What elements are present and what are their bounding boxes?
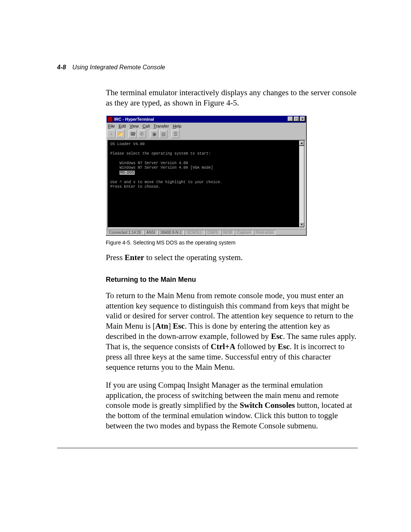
toolbar-open-icon[interactable]: 📂 <box>116 130 125 138</box>
menu-file[interactable]: File <box>108 124 115 128</box>
app-icon <box>107 117 113 122</box>
menu-bar: File Edit View Call Transfer Help <box>106 123 307 129</box>
status-scroll: SCROLL <box>185 230 204 235</box>
toolbar: ▫ 📂 ☎ ✆ ▣ ▤ ☰ <box>106 129 307 140</box>
status-line-settings: 38400 8-N-1 <box>158 230 184 235</box>
status-caps: CAPS <box>205 230 220 235</box>
figure-caption: Figure 4-5. Selecting MS DOS as the oper… <box>106 240 358 246</box>
status-capture: Capture <box>235 230 253 235</box>
toolbar-hangup-icon[interactable]: ✆ <box>138 130 146 138</box>
toolbar-new-icon[interactable]: ▫ <box>107 130 116 138</box>
running-header: 4-8 Using Integrated Remote Console <box>57 64 358 71</box>
status-bar: Connected 1:14:26 ANSI 38400 8-N-1 SCROL… <box>106 229 307 236</box>
menu-view[interactable]: View <box>130 124 139 128</box>
page-number: 4-8 <box>57 64 66 70</box>
menu-help[interactable]: Help <box>173 124 182 128</box>
figure-4-5: IRC - HyperTerminal _ □ × File Edit View… <box>106 116 358 236</box>
toolbar-send-icon[interactable]: ▣ <box>150 130 158 138</box>
status-connected: Connected 1:14:26 <box>107 230 143 235</box>
toolbar-properties-icon[interactable]: ☰ <box>171 130 180 138</box>
vertical-scrollbar[interactable]: ▲ ▼ <box>299 141 304 227</box>
terminal-screen[interactable]: OS Loader V4.00 Please select the operat… <box>108 141 299 227</box>
selected-os: MS-DOS <box>119 171 135 175</box>
window-control-buttons: _ □ × <box>288 117 305 121</box>
toolbar-call-icon[interactable]: ☎ <box>129 130 137 138</box>
press-enter-paragraph: Press Enter to select the operating syst… <box>106 252 358 263</box>
close-button[interactable]: × <box>300 117 305 121</box>
hyperterminal-window: IRC - HyperTerminal _ □ × File Edit View… <box>106 116 307 236</box>
terminal-frame: OS Loader V4.00 Please select the operat… <box>107 140 305 228</box>
status-emulation: ANSI <box>144 230 158 235</box>
scroll-down-icon[interactable]: ▼ <box>299 222 304 227</box>
subheading-returning: Returning to the Main Menu <box>106 276 358 284</box>
document-page: 4-8 Using Integrated Remote Console The … <box>0 0 411 532</box>
minimize-button[interactable]: _ <box>288 117 293 121</box>
window-titlebar: IRC - HyperTerminal _ □ × <box>107 116 306 123</box>
status-print-echo: Print echo <box>254 230 276 235</box>
menu-edit[interactable]: Edit <box>119 124 126 128</box>
menu-call[interactable]: Call <box>142 124 150 128</box>
toolbar-receive-icon[interactable]: ▤ <box>159 130 167 138</box>
menu-transfer[interactable]: Transfer <box>153 124 169 128</box>
footer-rule <box>57 448 358 448</box>
para-return-main-menu: To return to the Main Menu from remote c… <box>106 291 358 372</box>
para-insight-manager: If you are using Compaq Insight Manager … <box>106 380 358 431</box>
status-num: NUM <box>221 230 234 235</box>
section-title: Using Integrated Remote Console <box>72 64 165 70</box>
window-title: IRC - HyperTerminal <box>114 117 288 121</box>
scroll-up-icon[interactable]: ▲ <box>299 141 304 146</box>
intro-paragraph: The terminal emulator interactively disp… <box>106 88 358 108</box>
maximize-button[interactable]: □ <box>294 117 299 121</box>
